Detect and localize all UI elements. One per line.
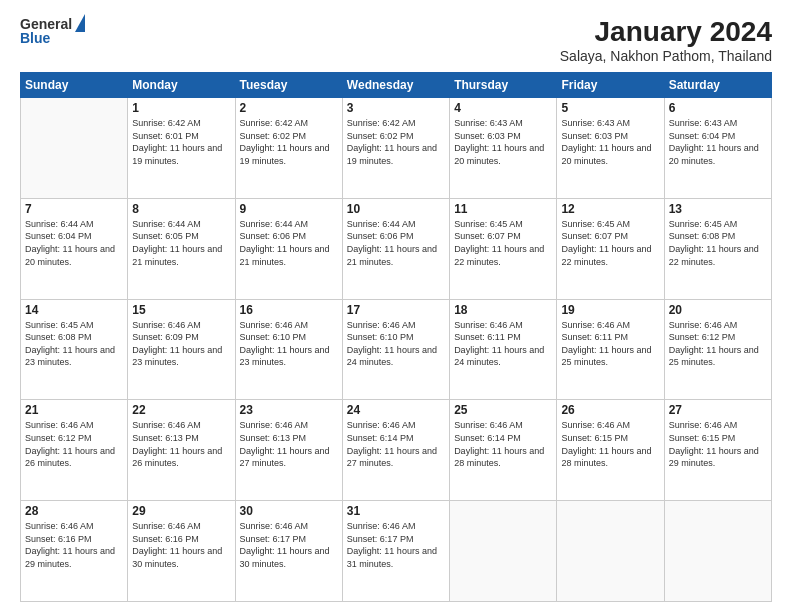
table-row: 1Sunrise: 6:42 AMSunset: 6:01 PMDaylight… — [128, 98, 235, 199]
table-row: 2Sunrise: 6:42 AMSunset: 6:02 PMDaylight… — [235, 98, 342, 199]
cell-details: Sunrise: 6:45 AMSunset: 6:08 PMDaylight:… — [669, 218, 767, 268]
table-row: 24Sunrise: 6:46 AMSunset: 6:14 PMDayligh… — [342, 400, 449, 501]
col-wednesday: Wednesday — [342, 73, 449, 98]
cell-details: Sunrise: 6:46 AMSunset: 6:10 PMDaylight:… — [347, 319, 445, 369]
day-number: 17 — [347, 303, 445, 317]
cell-details: Sunrise: 6:46 AMSunset: 6:13 PMDaylight:… — [240, 419, 338, 469]
cell-details: Sunrise: 6:43 AMSunset: 6:03 PMDaylight:… — [561, 117, 659, 167]
day-number: 26 — [561, 403, 659, 417]
logo-triangle-icon — [75, 14, 85, 32]
day-number: 8 — [132, 202, 230, 216]
page-subtitle: Salaya, Nakhon Pathom, Thailand — [560, 48, 772, 64]
cell-details: Sunrise: 6:44 AMSunset: 6:05 PMDaylight:… — [132, 218, 230, 268]
title-block: January 2024 Salaya, Nakhon Pathom, Thai… — [560, 16, 772, 64]
day-number: 10 — [347, 202, 445, 216]
cell-details: Sunrise: 6:46 AMSunset: 6:09 PMDaylight:… — [132, 319, 230, 369]
table-row: 9Sunrise: 6:44 AMSunset: 6:06 PMDaylight… — [235, 198, 342, 299]
table-row: 16Sunrise: 6:46 AMSunset: 6:10 PMDayligh… — [235, 299, 342, 400]
logo-blue-text: Blue — [20, 30, 50, 46]
day-number: 23 — [240, 403, 338, 417]
day-number: 18 — [454, 303, 552, 317]
table-row: 18Sunrise: 6:46 AMSunset: 6:11 PMDayligh… — [450, 299, 557, 400]
day-number: 5 — [561, 101, 659, 115]
cell-details: Sunrise: 6:46 AMSunset: 6:12 PMDaylight:… — [669, 319, 767, 369]
cell-details: Sunrise: 6:46 AMSunset: 6:13 PMDaylight:… — [132, 419, 230, 469]
day-number: 16 — [240, 303, 338, 317]
calendar-body: 1Sunrise: 6:42 AMSunset: 6:01 PMDaylight… — [21, 98, 772, 602]
cell-details: Sunrise: 6:46 AMSunset: 6:14 PMDaylight:… — [454, 419, 552, 469]
day-number: 24 — [347, 403, 445, 417]
cell-details: Sunrise: 6:43 AMSunset: 6:03 PMDaylight:… — [454, 117, 552, 167]
page: General Blue January 2024 Salaya, Nakhon… — [0, 0, 792, 612]
day-number: 2 — [240, 101, 338, 115]
day-number: 21 — [25, 403, 123, 417]
page-title: January 2024 — [560, 16, 772, 48]
table-row — [450, 501, 557, 602]
day-number: 28 — [25, 504, 123, 518]
day-number: 22 — [132, 403, 230, 417]
day-number: 13 — [669, 202, 767, 216]
col-tuesday: Tuesday — [235, 73, 342, 98]
cell-details: Sunrise: 6:46 AMSunset: 6:16 PMDaylight:… — [132, 520, 230, 570]
table-row: 15Sunrise: 6:46 AMSunset: 6:09 PMDayligh… — [128, 299, 235, 400]
cell-details: Sunrise: 6:46 AMSunset: 6:17 PMDaylight:… — [347, 520, 445, 570]
day-number: 31 — [347, 504, 445, 518]
col-thursday: Thursday — [450, 73, 557, 98]
table-row: 6Sunrise: 6:43 AMSunset: 6:04 PMDaylight… — [664, 98, 771, 199]
table-row: 8Sunrise: 6:44 AMSunset: 6:05 PMDaylight… — [128, 198, 235, 299]
cell-details: Sunrise: 6:46 AMSunset: 6:15 PMDaylight:… — [669, 419, 767, 469]
table-row: 19Sunrise: 6:46 AMSunset: 6:11 PMDayligh… — [557, 299, 664, 400]
cell-details: Sunrise: 6:46 AMSunset: 6:12 PMDaylight:… — [25, 419, 123, 469]
cell-details: Sunrise: 6:46 AMSunset: 6:11 PMDaylight:… — [454, 319, 552, 369]
cell-details: Sunrise: 6:45 AMSunset: 6:07 PMDaylight:… — [454, 218, 552, 268]
col-monday: Monday — [128, 73, 235, 98]
cell-details: Sunrise: 6:42 AMSunset: 6:01 PMDaylight:… — [132, 117, 230, 167]
cell-details: Sunrise: 6:46 AMSunset: 6:16 PMDaylight:… — [25, 520, 123, 570]
day-number: 19 — [561, 303, 659, 317]
cell-details: Sunrise: 6:46 AMSunset: 6:17 PMDaylight:… — [240, 520, 338, 570]
day-number: 14 — [25, 303, 123, 317]
table-row: 14Sunrise: 6:45 AMSunset: 6:08 PMDayligh… — [21, 299, 128, 400]
table-row: 31Sunrise: 6:46 AMSunset: 6:17 PMDayligh… — [342, 501, 449, 602]
col-sunday: Sunday — [21, 73, 128, 98]
table-row — [664, 501, 771, 602]
table-row: 21Sunrise: 6:46 AMSunset: 6:12 PMDayligh… — [21, 400, 128, 501]
day-number: 29 — [132, 504, 230, 518]
cell-details: Sunrise: 6:45 AMSunset: 6:07 PMDaylight:… — [561, 218, 659, 268]
cell-details: Sunrise: 6:44 AMSunset: 6:04 PMDaylight:… — [25, 218, 123, 268]
cell-details: Sunrise: 6:43 AMSunset: 6:04 PMDaylight:… — [669, 117, 767, 167]
table-row: 7Sunrise: 6:44 AMSunset: 6:04 PMDaylight… — [21, 198, 128, 299]
day-number: 25 — [454, 403, 552, 417]
table-row: 4Sunrise: 6:43 AMSunset: 6:03 PMDaylight… — [450, 98, 557, 199]
col-friday: Friday — [557, 73, 664, 98]
day-number: 1 — [132, 101, 230, 115]
col-saturday: Saturday — [664, 73, 771, 98]
cell-details: Sunrise: 6:46 AMSunset: 6:11 PMDaylight:… — [561, 319, 659, 369]
table-row: 29Sunrise: 6:46 AMSunset: 6:16 PMDayligh… — [128, 501, 235, 602]
table-row: 17Sunrise: 6:46 AMSunset: 6:10 PMDayligh… — [342, 299, 449, 400]
day-number: 12 — [561, 202, 659, 216]
logo: General Blue — [20, 16, 85, 46]
table-row: 20Sunrise: 6:46 AMSunset: 6:12 PMDayligh… — [664, 299, 771, 400]
day-number: 6 — [669, 101, 767, 115]
table-row: 28Sunrise: 6:46 AMSunset: 6:16 PMDayligh… — [21, 501, 128, 602]
day-number: 9 — [240, 202, 338, 216]
cell-details: Sunrise: 6:46 AMSunset: 6:14 PMDaylight:… — [347, 419, 445, 469]
cell-details: Sunrise: 6:42 AMSunset: 6:02 PMDaylight:… — [240, 117, 338, 167]
day-number: 27 — [669, 403, 767, 417]
table-row: 23Sunrise: 6:46 AMSunset: 6:13 PMDayligh… — [235, 400, 342, 501]
day-number: 7 — [25, 202, 123, 216]
cell-details: Sunrise: 6:45 AMSunset: 6:08 PMDaylight:… — [25, 319, 123, 369]
calendar-table: Sunday Monday Tuesday Wednesday Thursday… — [20, 72, 772, 602]
cell-details: Sunrise: 6:46 AMSunset: 6:15 PMDaylight:… — [561, 419, 659, 469]
table-row — [21, 98, 128, 199]
table-row: 30Sunrise: 6:46 AMSunset: 6:17 PMDayligh… — [235, 501, 342, 602]
table-row: 26Sunrise: 6:46 AMSunset: 6:15 PMDayligh… — [557, 400, 664, 501]
table-row: 11Sunrise: 6:45 AMSunset: 6:07 PMDayligh… — [450, 198, 557, 299]
table-row: 25Sunrise: 6:46 AMSunset: 6:14 PMDayligh… — [450, 400, 557, 501]
day-number: 3 — [347, 101, 445, 115]
calendar-header: Sunday Monday Tuesday Wednesday Thursday… — [21, 73, 772, 98]
table-row: 22Sunrise: 6:46 AMSunset: 6:13 PMDayligh… — [128, 400, 235, 501]
table-row: 12Sunrise: 6:45 AMSunset: 6:07 PMDayligh… — [557, 198, 664, 299]
day-number: 4 — [454, 101, 552, 115]
